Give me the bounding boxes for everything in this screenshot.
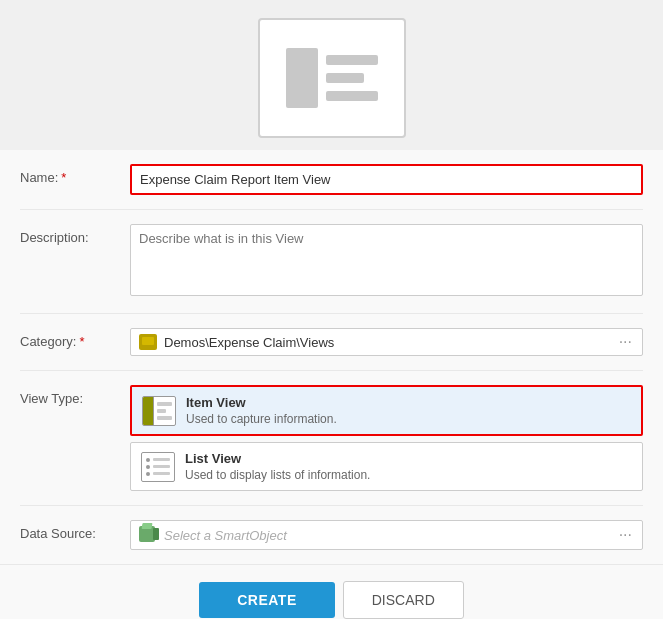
list-view-option[interactable]: List View Used to display lists of infor…	[130, 442, 643, 491]
datasource-field-wrapper: Select a SmartObject ···	[130, 520, 643, 550]
li-row-3	[146, 472, 170, 476]
viewtype-row: View Type:	[20, 371, 643, 506]
datasource-row: Data Source: Select a SmartObject ···	[20, 506, 643, 564]
category-field-wrapper: Demos\Expense Claim\Views ···	[130, 328, 643, 356]
item-view-info: Item View Used to capture information.	[186, 395, 337, 426]
header-icon-area	[0, 0, 663, 150]
header-icon-inner	[286, 48, 378, 108]
list-view-desc: Used to display lists of information.	[185, 468, 370, 482]
category-value: Demos\Expense Claim\Views	[164, 335, 617, 350]
li-dot-3	[146, 472, 150, 476]
li-bar-1	[153, 458, 170, 461]
li-row-1	[146, 458, 170, 462]
smartobject-icon	[139, 526, 157, 544]
vi-right-lines	[154, 397, 175, 425]
li-bar-2	[153, 465, 170, 468]
discard-button[interactable]: DISCARD	[343, 581, 464, 619]
li-row-2	[146, 465, 170, 469]
icon-line-2	[326, 73, 364, 83]
vi-left-panel	[143, 397, 154, 425]
viewtype-label: View Type:	[20, 385, 130, 406]
form-area: Name: * Description: Category: *	[0, 150, 663, 564]
buttons-area: CREATE DISCARD	[0, 564, 663, 619]
icon-line-3	[326, 91, 378, 101]
name-field-wrapper	[130, 164, 643, 195]
name-required-star: *	[61, 170, 66, 185]
name-row: Name: *	[20, 150, 643, 210]
list-view-icon	[141, 452, 175, 482]
li-dot-1	[146, 458, 150, 462]
vi-line-2	[157, 409, 166, 413]
description-row: Description:	[20, 210, 643, 314]
ds-cube-shape	[139, 526, 155, 542]
item-view-desc: Used to capture information.	[186, 412, 337, 426]
name-label: Name: *	[20, 164, 130, 185]
description-field-wrapper	[130, 224, 643, 299]
description-textarea[interactable]	[130, 224, 643, 296]
category-required-star: *	[79, 334, 84, 349]
description-label: Description:	[20, 224, 130, 245]
name-input[interactable]	[130, 164, 643, 195]
item-view-title: Item View	[186, 395, 337, 410]
viewtype-field-wrapper: Item View Used to capture information.	[130, 385, 643, 491]
category-folder-icon	[139, 334, 157, 350]
item-view-option[interactable]: Item View Used to capture information.	[130, 385, 643, 436]
list-view-title: List View	[185, 451, 370, 466]
li-bar-3	[153, 472, 170, 475]
category-more-button[interactable]: ···	[617, 334, 634, 350]
page-wrapper: Name: * Description: Category: *	[0, 0, 663, 619]
vi-line-3	[157, 416, 172, 420]
category-label: Category: *	[20, 328, 130, 349]
datasource-more-button[interactable]: ···	[617, 527, 634, 543]
category-selector[interactable]: Demos\Expense Claim\Views ···	[130, 328, 643, 356]
datasource-placeholder: Select a SmartObject	[164, 528, 617, 543]
view-type-options: Item View Used to capture information.	[130, 385, 643, 491]
icon-line-1	[326, 55, 378, 65]
icon-left-panel	[286, 48, 318, 108]
list-view-info: List View Used to display lists of infor…	[185, 451, 370, 482]
item-view-icon	[142, 396, 176, 426]
create-button[interactable]: CREATE	[199, 582, 335, 618]
datasource-selector[interactable]: Select a SmartObject ···	[130, 520, 643, 550]
icon-right-lines	[326, 55, 378, 101]
category-row: Category: * Demos\Expense Claim\Views ··…	[20, 314, 643, 371]
li-dot-2	[146, 465, 150, 469]
datasource-label: Data Source:	[20, 520, 130, 541]
header-icon-box	[258, 18, 406, 138]
vi-line-1	[157, 402, 172, 406]
